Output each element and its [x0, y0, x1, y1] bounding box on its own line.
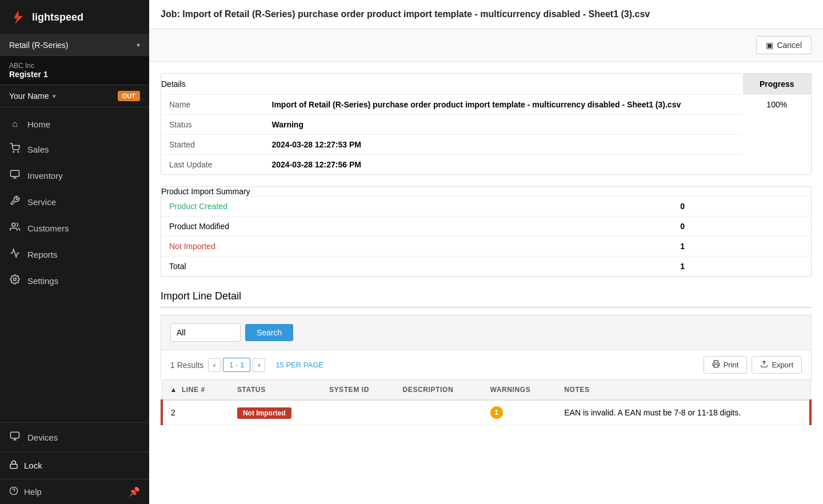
main-content: Job: Import of Retail (R-Series) purchas…	[149, 0, 823, 504]
title-text: Import of Retail (R-Series) purchase ord…	[182, 9, 650, 19]
store-selector[interactable]: Retail (R-Series) ▾	[0, 35, 149, 56]
export-icon	[760, 360, 768, 370]
col-system-id: SYSTEM ID	[321, 380, 395, 401]
pager-current: 1 - 1	[223, 358, 250, 372]
summary-section-header: Product Import Summary	[161, 187, 812, 197]
register-name: Register 1	[9, 70, 140, 79]
results-count: 1 Results	[170, 361, 203, 370]
sidebar: lightspeed Retail (R-Series) ▾ ABC Inc R…	[0, 0, 149, 504]
page-header: Job: Import of Retail (R-Series) purchas…	[149, 0, 823, 29]
warning-count-badge: 1	[490, 406, 503, 419]
svg-point-3	[12, 223, 15, 226]
help-row: Help 📌	[0, 479, 149, 504]
import-data-table: ▲ LINE # STATUS SYSTEM ID DESCRIPTION	[161, 379, 812, 425]
lock-icon	[9, 460, 18, 471]
customers-icon	[9, 222, 21, 234]
devices-icon	[9, 431, 21, 443]
filter-bar: All Imported Not Imported Warning Search	[161, 315, 812, 350]
sidebar-item-service[interactable]: Service	[0, 189, 149, 215]
sidebar-item-settings[interactable]: Settings	[0, 267, 149, 294]
col-warnings: WARNINGS	[482, 380, 557, 401]
pager-next-button[interactable]: ›	[253, 358, 265, 372]
detail-row-started: Started 2024-03-28 12:27:53 PM	[161, 135, 812, 155]
sort-icon: ▲	[170, 386, 177, 394]
page-content: Details Progress Name Import of Retail (…	[149, 62, 823, 437]
register-info: ABC Inc Register 1	[0, 56, 149, 85]
svg-point-0	[13, 151, 14, 153]
sidebar-item-label: Inventory	[27, 171, 63, 181]
lock-label: Lock	[24, 461, 42, 470]
sidebar-item-devices[interactable]: Devices	[0, 423, 149, 451]
inventory-icon	[9, 169, 21, 182]
devices-label: Devices	[27, 433, 58, 442]
sidebar-item-label: Reports	[27, 250, 58, 259]
export-button[interactable]: Export	[752, 356, 802, 374]
import-line-section: Import Line Detail All Imported Not Impo…	[161, 290, 812, 425]
home-icon: ⌂	[9, 119, 21, 129]
cancel-button[interactable]: ▣ Cancel	[756, 36, 812, 54]
pin-icon[interactable]: 📌	[129, 486, 140, 497]
sidebar-item-label: Settings	[27, 276, 58, 286]
detail-row-status: Status Warning	[161, 115, 812, 135]
progress-value: 100%	[743, 95, 812, 175]
summary-row-created: Product Created 0	[161, 197, 812, 217]
help-button[interactable]: Help	[9, 486, 42, 497]
row-line: 2	[162, 400, 229, 425]
svg-point-4	[14, 278, 17, 281]
help-label: Help	[24, 487, 42, 497]
store-name: Retail (R-Series)	[9, 41, 68, 50]
row-system-id	[321, 400, 395, 425]
logo-area: lightspeed	[0, 0, 149, 35]
print-icon	[712, 360, 720, 370]
svg-rect-5	[11, 432, 19, 438]
cancel-icon: ▣	[766, 41, 773, 50]
page-toolbar: ▣ Cancel	[149, 29, 823, 62]
svg-rect-2	[11, 170, 19, 177]
user-name: Your Name	[9, 91, 49, 101]
sidebar-item-reports[interactable]: Reports	[0, 241, 149, 267]
print-label: Print	[724, 361, 739, 369]
store-chevron-icon: ▾	[137, 41, 140, 49]
sidebar-item-home[interactable]: ⌂ Home	[0, 112, 149, 136]
print-button[interactable]: Print	[704, 356, 748, 374]
pager: ‹ 1 - 1 ›	[208, 358, 265, 372]
sidebar-bottom: Devices Lock Help 📌	[0, 422, 149, 504]
reports-icon	[9, 248, 21, 261]
sidebar-item-customers[interactable]: Customers	[0, 215, 149, 241]
table-row: 2 Not Imported 1 EAN is invalid. A EAN m…	[162, 400, 810, 425]
results-info: 1 Results ‹ 1 - 1 › 15 PER PAGE	[170, 358, 323, 372]
row-warnings: 1	[482, 400, 557, 425]
settings-icon	[9, 274, 21, 287]
col-description: DESCRIPTION	[395, 380, 482, 401]
col-line[interactable]: ▲ LINE #	[162, 380, 229, 401]
summary-row-total: Total 1	[161, 257, 812, 277]
search-button[interactable]: Search	[245, 324, 293, 341]
results-bar: 1 Results ‹ 1 - 1 › 15 PER PAGE Print	[161, 350, 812, 379]
user-name-wrap[interactable]: Your Name ▾	[9, 91, 56, 101]
table-header-row: ▲ LINE # STATUS SYSTEM ID DESCRIPTION	[162, 380, 810, 401]
results-actions: Print Export	[704, 356, 802, 374]
summary-row-not-imported: Not Imported 1	[161, 237, 812, 257]
sidebar-item-sales[interactable]: Sales	[0, 136, 149, 162]
detail-row-name: Name Import of Retail (R-Series) purchas…	[161, 95, 812, 115]
svg-rect-9	[714, 365, 718, 367]
user-row: Your Name ▾ OUT	[0, 85, 149, 107]
import-line-title: Import Line Detail	[161, 290, 812, 308]
lock-button[interactable]: Lock	[0, 451, 149, 479]
col-notes: NOTES	[556, 380, 810, 401]
lightspeed-logo-icon	[9, 8, 27, 26]
per-page-link[interactable]: 15 PER PAGE	[275, 361, 323, 369]
user-chevron-icon: ▾	[53, 93, 56, 100]
page-title: Job: Import of Retail (R-Series) purchas…	[161, 9, 650, 19]
summary-row-modified: Product Modified 0	[161, 217, 812, 237]
svg-rect-6	[10, 464, 17, 468]
cancel-label: Cancel	[777, 41, 802, 50]
svg-point-1	[18, 151, 19, 153]
service-icon	[9, 195, 21, 208]
pager-prev-button[interactable]: ‹	[208, 358, 221, 372]
sidebar-item-label: Home	[27, 119, 50, 129]
sidebar-item-inventory[interactable]: Inventory	[0, 162, 149, 189]
progress-header: Progress	[743, 74, 812, 95]
details-section-header: Details	[161, 74, 743, 95]
filter-select[interactable]: All Imported Not Imported Warning	[170, 323, 241, 342]
